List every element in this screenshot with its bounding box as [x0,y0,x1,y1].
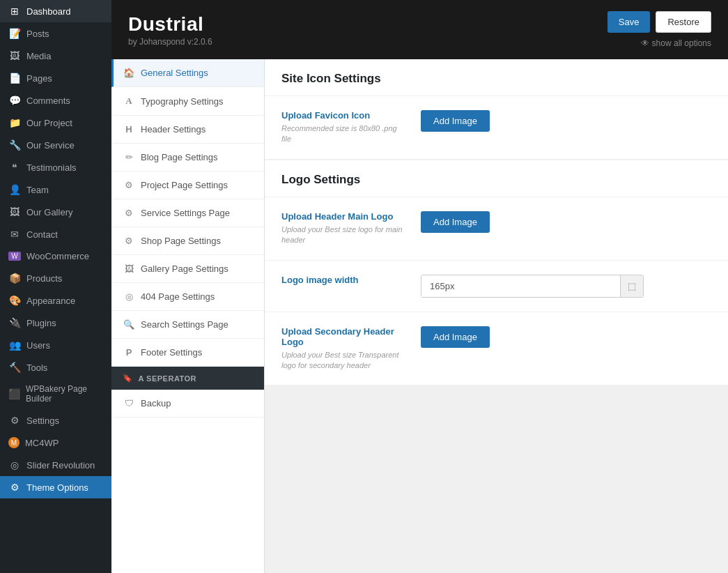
upload-main-logo-control: Add Image [421,211,711,233]
sidebar-item-our-project[interactable]: 📁 Our Project [0,112,111,134]
subnav-item-gallery-page-settings[interactable]: 🖼 Gallery Page Settings [111,255,264,283]
upload-secondary-logo-label-group: Upload Secondary Header Logo Upload your… [281,326,407,372]
subnav: 🏠 General Settings A Typography Settings… [111,59,265,573]
subnav-label: Blog Page Settings [141,152,218,162]
header-icon: H [123,124,135,135]
upload-favicon-row: Upload Favicon Icon Recommended size is … [265,96,728,159]
logo-settings-header: Logo Settings [265,160,728,197]
sidebar-item-theme-options[interactable]: ⚙ Theme Options [0,476,111,498]
sidebar-item-our-gallery[interactable]: 🖼 Our Gallery [0,201,111,223]
team-icon: 👤 [8,184,21,195]
subnav-label: General Settings [141,68,208,78]
comments-icon: 💬 [8,95,21,106]
backup-icon: 🛡 [123,398,135,408]
wpbakery-icon: ⬛ [8,388,20,399]
add-favicon-button[interactable]: Add Image [421,110,490,132]
sidebar-item-team[interactable]: 👤 Team [0,178,111,201]
appearance-icon: 🎨 [8,295,21,306]
subnav-item-project-page-settings[interactable]: ⚙ Project Page Settings [111,171,264,199]
subnav-item-shop-page-settings[interactable]: ⚙ Shop Page Settings [111,227,264,255]
sidebar: ⊞ Dashboard 📝 Posts 🖼 Media 📄 Pages 💬 Co… [0,0,111,573]
settings-icon: ⚙ [8,415,21,426]
sidebar-item-testimonials[interactable]: ❝ Testimonials [0,156,111,178]
sidebar-item-media[interactable]: 🖼 Media [0,45,111,67]
media-icon: 🖼 [8,50,21,61]
show-all-label: show all options [652,38,711,48]
upload-secondary-logo-row: Upload Secondary Header Logo Upload your… [265,312,728,385]
testimonials-icon: ❝ [8,162,21,173]
subnav-label: Typography Settings [141,96,224,107]
save-button[interactable]: Save [607,11,651,33]
products-icon: 📦 [8,273,21,284]
subnav-item-backup[interactable]: 🛡 Backup [111,390,264,418]
bookmark-icon: 🔖 [123,374,133,383]
header-buttons: Save Restore 👁 show all options [607,11,711,48]
subnav-label: Search Settings Page [141,319,229,330]
show-all-options[interactable]: 👁 show all options [641,38,711,48]
restore-button[interactable]: Restore [656,11,711,33]
theme-options-icon: ⚙ [8,482,21,493]
theme-title-area: Dustrial by Johanspond v:2.0.6 [128,13,212,47]
settings-panel: Site Icon Settings Upload Favicon Icon R… [265,59,728,573]
upload-favicon-title: Upload Favicon Icon [281,110,407,121]
sidebar-item-pages[interactable]: 📄 Pages [0,67,111,89]
logo-width-row: Logo image width ⬚ [265,261,728,312]
sidebar-item-plugins[interactable]: 🔌 Plugins [0,312,111,334]
blog-icon: ✏ [123,152,135,162]
sidebar-item-dashboard[interactable]: ⊞ Dashboard [0,0,111,22]
typography-icon: A [123,96,135,107]
theme-title: Dustrial [128,13,212,36]
sidebar-item-appearance[interactable]: 🎨 Appearance [0,289,111,312]
upload-main-logo-desc: Upload your Best size logo for main head… [281,224,407,246]
sidebar-item-our-service[interactable]: 🔧 Our Service [0,134,111,156]
sidebar-item-slider-revolution[interactable]: ◎ Slider Revolution [0,454,111,476]
content-area: 🏠 General Settings A Typography Settings… [111,59,728,573]
subnav-item-service-page-settings[interactable]: ⚙ Service Settings Page [111,199,264,227]
upload-main-logo-label-group: Upload Header Main Logo Upload your Best… [281,211,407,246]
home-icon: 🏠 [123,68,135,78]
sidebar-item-wpbakery[interactable]: ⬛ WPBakery Page Builder [0,379,111,409]
site-icon-settings-title: Site Icon Settings [281,72,711,86]
logo-width-icon-btn[interactable]: ⬚ [620,275,643,297]
sidebar-item-tools[interactable]: 🔨 Tools [0,356,111,379]
service-icon: ⚙ [123,208,135,218]
gallery-icon: 🖼 [123,263,135,274]
logo-settings-title: Logo Settings [281,173,711,187]
sidebar-item-mc4wp[interactable]: M MC4WP [0,431,111,454]
upload-secondary-logo-control: Add Image [421,326,711,348]
subnav-item-header-settings[interactable]: H Header Settings [111,116,264,144]
main-area: Dustrial by Johanspond v:2.0.6 Save Rest… [111,0,728,573]
upload-secondary-logo-title: Upload Secondary Header Logo [281,326,407,347]
add-secondary-logo-button[interactable]: Add Image [421,326,490,348]
add-main-logo-button[interactable]: Add Image [421,211,490,233]
subnav-label: Service Settings Page [141,208,230,218]
subnav-item-blog-page-settings[interactable]: ✏ Blog Page Settings [111,144,264,171]
search-icon: 🔍 [123,319,135,330]
site-icon-settings-header: Site Icon Settings [265,59,728,96]
subnav-item-footer-settings[interactable]: P Footer Settings [111,339,264,367]
posts-icon: 📝 [8,28,21,39]
users-icon: 👥 [8,339,21,351]
sidebar-item-posts[interactable]: 📝 Posts [0,22,111,45]
sidebar-item-products[interactable]: 📦 Products [0,267,111,289]
subnav-item-search-page-settings[interactable]: 🔍 Search Settings Page [111,311,264,339]
woocommerce-icon: W [8,252,21,261]
shop-icon: ⚙ [123,236,135,246]
sidebar-item-woocommerce[interactable]: W WooCommerce [0,245,111,267]
sidebar-item-contact[interactable]: ✉ Contact [0,223,111,245]
theme-header: Dustrial by Johanspond v:2.0.6 Save Rest… [111,0,728,59]
logo-width-title: Logo image width [281,275,407,285]
site-icon-settings-section: Site Icon Settings Upload Favicon Icon R… [265,59,728,159]
logo-width-input[interactable] [421,275,620,297]
subnav-item-general-settings[interactable]: 🏠 General Settings [111,59,264,87]
our-service-icon: 🔧 [8,139,21,151]
plugins-icon: 🔌 [8,317,21,328]
sidebar-item-users[interactable]: 👥 Users [0,334,111,356]
subnav-item-404-page-settings[interactable]: ◎ 404 Page Settings [111,283,264,311]
eye-icon: 👁 [641,38,651,48]
upload-favicon-desc: Recommended size is 80x80 .png file [281,123,407,145]
pages-icon: 📄 [8,72,21,84]
subnav-item-typography-settings[interactable]: A Typography Settings [111,87,264,116]
sidebar-item-settings[interactable]: ⚙ Settings [0,409,111,431]
sidebar-item-comments[interactable]: 💬 Comments [0,89,111,112]
